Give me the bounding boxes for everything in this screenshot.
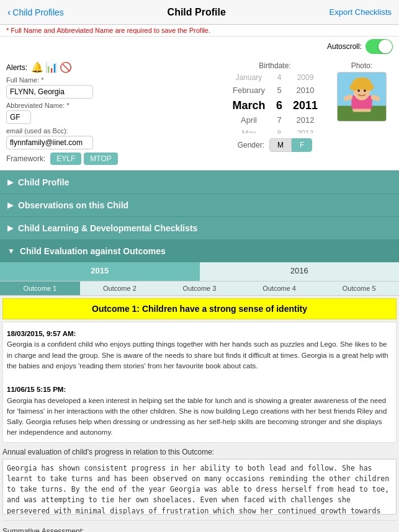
year-2012[interactable]: 2012	[297, 113, 315, 127]
alert-message: * Full Name and Abbreviated Name are req…	[6, 27, 210, 34]
annual-eval-label: Annual evaluation of child's progress in…	[2, 445, 397, 459]
alert-bar: * Full Name and Abbreviated Name are req…	[0, 25, 399, 37]
alerts-icons: 🔔 📊 🚫	[31, 61, 72, 73]
month-apr[interactable]: April	[241, 113, 257, 127]
email-label: email (used as Bcc):	[6, 127, 219, 135]
chart-icon: 📊	[45, 61, 58, 73]
year-tab-2015[interactable]: 2015	[0, 262, 200, 281]
birthdate-label: Birthdate:	[259, 61, 290, 70]
svg-point-6	[350, 84, 360, 91]
month-may[interactable]: May	[242, 127, 256, 133]
obs-date-1: 18/03/2015, 9:57 AM:	[7, 329, 392, 339]
day-4[interactable]: 4	[277, 71, 282, 84]
child-profile-section[interactable]: ▶ Child Profile	[0, 171, 399, 193]
year-tabs: 2015 2016	[0, 262, 399, 282]
year-2011[interactable]: 2011	[293, 97, 318, 113]
form-center: Birthdate: January February March April …	[219, 61, 331, 165]
obs-date-2: 11/06/15 5:15 PM:	[7, 384, 392, 395]
year-column[interactable]: 2009 2010 2011 2012 2013	[292, 71, 319, 133]
month-jan[interactable]: January	[236, 71, 262, 84]
year-2010[interactable]: 2010	[297, 84, 315, 97]
form-area: Alerts: 🔔 📊 🚫 Full Name: * Abbreviated N…	[0, 56, 399, 171]
alerts-row: Alerts: 🔔 📊 🚫	[6, 61, 219, 73]
outcome-tab-3[interactable]: Outcome 3	[159, 282, 240, 295]
observations-section[interactable]: ▶ Observations on this Child	[0, 193, 399, 216]
month-mar[interactable]: March	[232, 97, 265, 113]
day-7[interactable]: 7	[277, 113, 281, 127]
svg-point-7	[364, 84, 374, 91]
svg-point-9	[364, 89, 366, 92]
autoscroll-toggle[interactable]	[365, 39, 393, 54]
summative-label: Summative Assessment:	[2, 525, 397, 533]
checklists-section[interactable]: ▶ Child Learning & Developmental Checkli…	[0, 216, 399, 239]
obs-text-1: Georgia is a confident child who enjoys …	[7, 340, 388, 370]
child-profile-arrow-icon: ▶	[7, 178, 13, 187]
month-feb[interactable]: February	[233, 84, 265, 97]
outcome-tabs: Outcome 1 Outcome 2 Outcome 3 Outcome 4 …	[0, 282, 399, 296]
abbreviated-name-label: Abbreviated Name: *	[6, 102, 219, 109]
divider-1	[2, 520, 397, 521]
svg-point-8	[357, 89, 360, 92]
page-title: Child Profile	[168, 7, 226, 18]
evaluation-label: Child Evaluation against Outcomes	[20, 246, 166, 256]
observations-arrow-icon: ▶	[7, 201, 13, 210]
checklists-arrow-icon: ▶	[7, 224, 13, 233]
framework-mtop-button[interactable]: MTOP	[84, 153, 117, 165]
month-column[interactable]: January February March April May	[231, 71, 267, 133]
framework-eylf-button[interactable]: EYLF	[50, 153, 81, 165]
no-icon: 🚫	[60, 61, 72, 73]
full-name-input[interactable]	[6, 85, 93, 99]
observations-text-box: 18/03/2015, 9:57 AM: Georgia is a confid…	[2, 322, 397, 443]
gender-m-button[interactable]: M	[269, 138, 292, 152]
evaluation-section[interactable]: ▼ Child Evaluation against Outcomes	[0, 239, 399, 262]
annual-eval-section: Annual evaluation of child's progress in…	[2, 445, 397, 516]
child-profile-label: Child Profile	[18, 177, 69, 187]
autoscroll-row: Autoscroll:	[0, 37, 399, 56]
alerts-label: Alerts:	[6, 63, 27, 72]
evaluation-arrow-icon: ▼	[7, 247, 15, 255]
day-column[interactable]: 4 5 6 7 8	[271, 71, 288, 133]
year-2013[interactable]: 2013	[297, 127, 314, 133]
outcome-tab-1[interactable]: Outcome 1	[0, 282, 80, 295]
gender-label: Gender:	[238, 141, 264, 149]
form-left: Alerts: 🔔 📊 🚫 Full Name: * Abbreviated N…	[6, 61, 219, 165]
framework-label: Framework:	[6, 154, 45, 163]
gender-f-button[interactable]: F	[292, 138, 312, 152]
year-2009[interactable]: 2009	[297, 71, 314, 84]
day-5[interactable]: 5	[277, 84, 281, 97]
photo-box[interactable]	[337, 72, 387, 122]
photo-label: Photo:	[351, 61, 373, 70]
form-right: Photo:	[331, 61, 393, 165]
outcome-tab-2[interactable]: Outcome 2	[80, 282, 160, 295]
back-chevron-icon: ‹	[7, 7, 11, 18]
sections-container: ▶ Child Profile ▶ Observations on this C…	[0, 171, 399, 532]
nav-bar: ‹ Child Profiles Child Profile Export Ch…	[0, 0, 399, 25]
outcome-tab-4[interactable]: Outcome 4	[240, 282, 320, 295]
date-picker: January February March April May 4 5 6 7…	[231, 71, 319, 133]
annual-eval-textarea[interactable]	[2, 459, 397, 515]
email-input[interactable]	[6, 136, 93, 149]
day-8[interactable]: 8	[277, 127, 282, 133]
year-tab-2016[interactable]: 2016	[200, 262, 400, 281]
export-button[interactable]: Export Checklists	[330, 7, 392, 17]
back-label: Child Profiles	[12, 7, 63, 17]
photo-image	[338, 72, 386, 122]
full-name-label: Full Name: *	[6, 76, 219, 84]
back-button[interactable]: ‹ Child Profiles	[7, 7, 64, 18]
observations-label: Observations on this Child	[18, 200, 128, 210]
obs-text-2: Georgia has developed a keen interest in…	[7, 397, 387, 437]
outcome-title: Outcome 1: Children have a strong sense …	[2, 298, 397, 319]
day-6[interactable]: 6	[276, 97, 282, 113]
summative-section: Summative Assessment:	[2, 525, 397, 533]
outcome-tab-5[interactable]: Outcome 5	[319, 282, 399, 295]
autoscroll-label: Autoscroll:	[327, 42, 362, 51]
bell-icon: 🔔	[31, 61, 43, 73]
checklists-label: Child Learning & Developmental Checklist…	[18, 223, 197, 233]
toggle-knob	[379, 40, 392, 53]
abbreviated-name-input[interactable]	[6, 110, 31, 124]
